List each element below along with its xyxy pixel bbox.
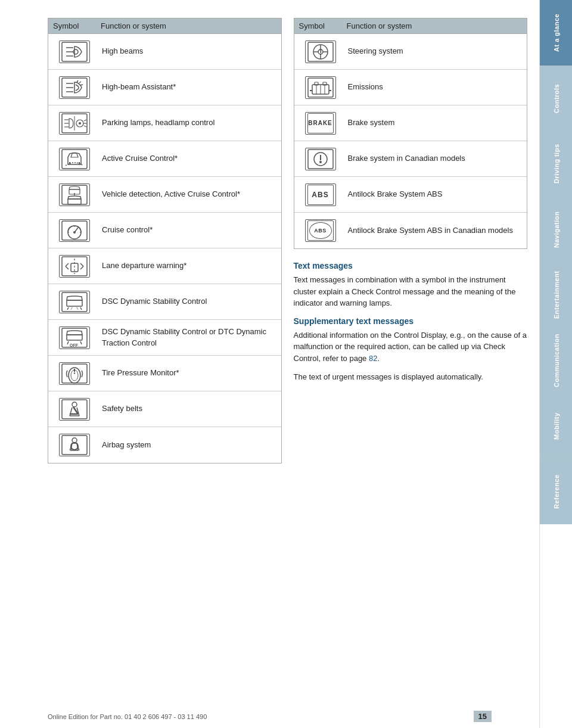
left-table: Symbol Function or system [48, 18, 282, 463]
svg-rect-27 [62, 221, 87, 240]
svg-point-74 [319, 161, 322, 163]
right-table-header: Symbol Function or system [294, 18, 527, 34]
symbol-cell [299, 148, 342, 170]
function-cell: Airbag system [96, 440, 276, 450]
symbol-cell [53, 112, 96, 135]
sidebar-tab-controls[interactable]: Controls [540, 66, 573, 131]
right-symbol-col-header: Symbol [299, 21, 347, 30]
function-cell: Safety belts [96, 403, 276, 414]
brake-label: BRAKE [308, 120, 332, 126]
function-cell: Brake system [342, 117, 523, 128]
footer-text: Online Edition for Part no. 01 40 2 606 … [48, 713, 207, 720]
high-beams-icon [59, 41, 90, 63]
supplementary-messages-title: Supplementary text messages [294, 316, 528, 326]
symbol-cell [53, 41, 96, 63]
lane-departure-icon [59, 255, 90, 278]
right-column: Symbol Function or system [294, 18, 528, 463]
sidebar-tab-communication[interactable]: Communication [540, 328, 573, 393]
text-messages-title: Text messages [294, 261, 528, 270]
function-cell: Emissions [342, 82, 523, 92]
page-wrapper: Symbol Function or system [0, 0, 572, 728]
symbol-cell [53, 148, 96, 170]
symbol-cell [53, 434, 96, 456]
symbol-cell [53, 219, 96, 242]
page-link[interactable]: 82 [369, 354, 377, 363]
symbol-cell [53, 291, 96, 313]
svg-point-48 [72, 402, 77, 407]
table-row: OFF DSC Dynamic Stability Control or DTC… [48, 320, 281, 356]
tire-pressure-icon [59, 362, 90, 385]
table-row: High beams [48, 34, 281, 70]
symbol-cell: ABS [299, 219, 342, 242]
table-row: Airbag system [48, 427, 281, 463]
abs-label: ABS [312, 191, 328, 199]
svg-text:!: ! [319, 47, 322, 57]
svg-point-46 [74, 372, 75, 374]
svg-rect-49 [62, 435, 87, 455]
emissions-icon [305, 76, 336, 99]
svg-point-26 [74, 193, 75, 194]
table-row: ABS Antilock Brake System ABS [294, 177, 527, 213]
sidebar-tab-driving-tips[interactable]: Driving tips [540, 131, 573, 197]
right-function-col-header: Function or system [347, 21, 523, 30]
symbol-cell: ABS [299, 183, 342, 206]
sidebar-tab-entertainment[interactable]: Entertainment [540, 262, 573, 328]
steering-icon: ! [305, 41, 336, 63]
sidebar-tab-at-a-glance[interactable]: At a glance [540, 0, 573, 66]
symbol-cell: ! [299, 41, 342, 63]
function-cell: DSC Dynamic Stability Control or DTC Dyn… [96, 326, 276, 348]
page-number: 15 [474, 711, 492, 722]
brake-canadian-icon [305, 148, 336, 170]
symbol-cell [53, 362, 96, 385]
svg-point-4 [73, 49, 78, 54]
vehicle-detection-icon [59, 183, 90, 206]
symbol-cell [299, 76, 342, 99]
high-beam-assistant-icon [59, 76, 90, 99]
sidebar: At a glance Controls Driving tips Naviga… [539, 0, 572, 728]
function-cell: Steering system [342, 46, 523, 57]
cruise-control-icon [59, 219, 90, 242]
function-cell: Parking lamps, headlamp control [96, 117, 276, 128]
airbag-icon [59, 434, 90, 456]
safety-belts-icon [59, 398, 90, 421]
function-cell: Tire Pressure Monitor* [96, 368, 276, 378]
left-function-col-header: Function or system [101, 21, 276, 30]
table-row: Brake system in Canadian models [294, 141, 527, 177]
svg-point-15 [79, 122, 81, 125]
svg-rect-24 [68, 199, 81, 204]
table-row: ABS Antilock Brake System ABS in Canadia… [294, 213, 527, 248]
text-messages-section: Text messages Text messages in combinati… [294, 261, 528, 383]
function-cell: High-beam Assistant* [96, 82, 276, 92]
table-row: Lane departure warning* [48, 248, 281, 284]
svg-text:OFF: OFF [70, 343, 79, 347]
table-row: Tire Pressure Monitor* [48, 356, 281, 391]
table-row: BRAKE Brake system [294, 105, 527, 141]
function-cell: Vehicle detection, Active Cruise Control… [96, 189, 276, 200]
function-cell: Active Cruise Control* [96, 153, 276, 164]
abs-icon: ABS [305, 183, 336, 206]
svg-point-50 [72, 438, 77, 443]
table-row: High-beam Assistant* [48, 70, 281, 105]
footer: Online Edition for Part no. 01 40 2 606 … [0, 711, 539, 722]
svg-line-18 [84, 126, 86, 127]
table-row: DSC Dynamic Stability Control [48, 284, 281, 320]
table-row: Active Cruise Control* [48, 141, 281, 177]
sidebar-tab-navigation[interactable]: Navigation [540, 197, 573, 262]
function-cell: Antilock Brake System ABS [342, 189, 523, 200]
abs-canadian-icon: ABS [305, 219, 336, 242]
brake-system-icon: BRAKE [305, 112, 336, 135]
right-table: Symbol Function or system [294, 18, 528, 249]
svg-point-25 [74, 194, 75, 195]
table-row: Cruise control* [48, 213, 281, 248]
table-row: Safety belts [48, 391, 281, 427]
left-column: Symbol Function or system [48, 18, 282, 463]
sidebar-tab-mobility[interactable]: Mobility [540, 393, 573, 459]
parking-lamps-icon [59, 112, 90, 135]
symbol-cell [53, 76, 96, 99]
table-row: Emissions [294, 70, 527, 105]
symbol-cell [53, 183, 96, 206]
supplementary-messages-body2: The text of urgent messages is displayed… [294, 371, 528, 383]
function-cell: Brake system in Canadian models [342, 153, 523, 164]
sidebar-tab-reference[interactable]: Reference [540, 459, 573, 524]
main-content: Symbol Function or system [0, 0, 539, 728]
